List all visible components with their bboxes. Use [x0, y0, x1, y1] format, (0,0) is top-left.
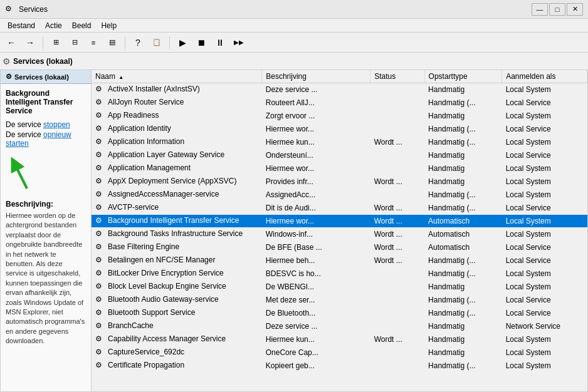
forward-button[interactable]: →: [21, 34, 39, 51]
stop-button[interactable]: ⏹: [192, 34, 210, 51]
close-button[interactable]: ✕: [567, 3, 583, 16]
table-row[interactable]: ⚙App ReadinessZorgt ervoor ...HandmatigL…: [92, 110, 587, 123]
address-icon: ⚙: [3, 56, 11, 66]
table-row[interactable]: ⚙Bluetooth Support ServiceDe Bluetooth..…: [92, 307, 587, 320]
table-row[interactable]: ⚙Bluetooth Audio Gateway-serviceMet deze…: [92, 294, 587, 307]
title-bar: ⚙ Services — □ ✕: [0, 0, 588, 19]
sidebar-restart-line: De service opnieuw starten: [6, 130, 86, 148]
service-icon: ⚙: [95, 282, 105, 292]
service-icon: ⚙: [95, 203, 105, 213]
table-row[interactable]: ⚙Application Layer Gateway ServiceOnders…: [92, 149, 587, 162]
service-icon: ⚙: [95, 229, 105, 239]
service-icon: ⚙: [95, 85, 105, 95]
table-row[interactable]: ⚙AppX Deployment Service (AppXSVC)Provid…: [92, 175, 587, 188]
view-large-button[interactable]: ⊞: [47, 34, 65, 51]
table-row[interactable]: ⚙BranchCacheDeze service ...HandmatigNet…: [92, 320, 587, 333]
table-row[interactable]: ⚙ActiveX Installer (AxInstSV)Deze servic…: [92, 83, 587, 96]
table-row[interactable]: ⚙Certificate PropagationKopieert geb...H…: [92, 359, 587, 373]
sidebar-stop-line: De service stoppen: [6, 120, 86, 129]
restart-button[interactable]: ▶▶: [230, 34, 248, 51]
green-arrow-icon: [8, 154, 39, 192]
service-icon: ⚙: [95, 124, 105, 134]
service-icon: ⚙: [95, 308, 105, 318]
sidebar: ⚙ Services (lokaal) Background Intellige…: [1, 70, 92, 391]
menu-bestand[interactable]: Bestand: [3, 20, 40, 31]
right-panel: Naam ▲ Beschrijving Status Opstarttype: [92, 70, 587, 391]
service-icon: ⚙: [95, 98, 105, 108]
toolbar: ← → ⊞ ⊟ ≡ ▤ ? 📋 ▶ ⏹ ⏸ ▶▶: [0, 33, 588, 53]
col-naam[interactable]: Naam ▲: [92, 70, 262, 83]
table-row[interactable]: ⚙Capability Access Manager ServiceHierme…: [92, 333, 587, 346]
pause-button[interactable]: ⏸: [211, 34, 229, 51]
main-layout: ⚙ Services (lokaal) Background Intellige…: [0, 70, 588, 392]
sidebar-stop-prefix: De service: [6, 120, 43, 129]
sidebar-desc-text: Hiermee worden op de achtergrond bestand…: [6, 211, 86, 346]
services-table: Naam ▲ Beschrijving Status Opstarttype: [92, 70, 587, 373]
services-tbody: ⚙ActiveX Installer (AxInstSV)Deze servic…: [92, 83, 587, 373]
back-button[interactable]: ←: [3, 34, 20, 51]
service-icon: ⚙: [95, 321, 105, 331]
service-icon: ⚙: [95, 163, 105, 173]
service-icon: ⚙: [95, 295, 105, 305]
sort-arrow-naam: ▲: [118, 75, 123, 80]
address-text: Services (lokaal): [13, 57, 73, 66]
sidebar-header: ⚙ Services (lokaal): [1, 70, 91, 84]
sidebar-content: Background Intelligent Transfer Service …: [1, 84, 91, 351]
sidebar-restart-prefix: De service: [6, 130, 43, 139]
menu-actie[interactable]: Actie: [40, 20, 67, 31]
sidebar-service-name: Background Intelligent Transfer Service: [6, 89, 86, 115]
svg-line-1: [14, 163, 27, 188]
service-icon: ⚙: [95, 242, 105, 252]
service-icon: ⚙: [95, 255, 105, 266]
table-row[interactable]: ⚙Application ManagementHiermee wor...Han…: [92, 162, 587, 175]
table-row[interactable]: ⚙Betalingen en NFC/SE ManagerHiermee beh…: [92, 254, 587, 267]
table-row[interactable]: ⚙Base Filtering EngineDe BFE (Base ...Wo…: [92, 241, 587, 254]
table-row[interactable]: ⚙Background Tasks Infrastructure Service…: [92, 228, 587, 241]
service-icon: ⚙: [95, 190, 105, 200]
app-icon: ⚙: [5, 4, 15, 14]
help-button[interactable]: ?: [129, 34, 147, 51]
col-status[interactable]: Status: [370, 70, 424, 83]
view-small-button[interactable]: ⊟: [66, 34, 83, 51]
table-row[interactable]: ⚙Background Intelligent Transfer Service…: [92, 215, 587, 228]
menu-help[interactable]: Help: [96, 20, 122, 31]
toolbar-separator-3: [169, 36, 170, 49]
table-row[interactable]: ⚙AssignedAccessManager-serviceAssignedAc…: [92, 188, 587, 202]
start-button[interactable]: ▶: [174, 34, 191, 51]
table-row[interactable]: ⚙AllJoyn Router ServiceRouteert AllJ...H…: [92, 96, 587, 110]
address-bar: ⚙ Services (lokaal): [0, 53, 588, 70]
table-row[interactable]: ⚙Application InformationHiermee kun...Wo…: [92, 136, 587, 149]
window-controls: — □ ✕: [532, 3, 583, 16]
table-header-row: Naam ▲ Beschrijving Status Opstarttype: [92, 70, 587, 83]
arrow-indicator: [8, 154, 86, 193]
table-row[interactable]: ⚙AVCTP-serviceDit is de Audi...Wordt ...…: [92, 202, 587, 215]
col-aanmeldenals[interactable]: Aanmelden als: [502, 70, 587, 83]
service-icon: ⚙: [95, 216, 105, 226]
service-icon: ⚙: [95, 334, 105, 344]
sidebar-header-text: Services (lokaal): [14, 73, 69, 81]
table-row[interactable]: ⚙CaptureService_692dcOneCore Cap...Handm…: [92, 346, 587, 359]
export-button[interactable]: 📋: [148, 34, 165, 51]
table-row[interactable]: ⚙Block Level Backup Engine ServiceDe WBE…: [92, 281, 587, 294]
table-row[interactable]: ⚙BitLocker Drive Encryption ServiceBDESV…: [92, 267, 587, 281]
service-icon: ⚙: [95, 348, 105, 358]
maximize-button[interactable]: □: [549, 3, 565, 16]
toolbar-separator-1: [43, 36, 43, 49]
service-icon: ⚙: [95, 150, 105, 160]
table-row[interactable]: ⚙Application IdentityHiermee wor...Handm…: [92, 123, 587, 136]
service-icon: ⚙: [95, 269, 105, 279]
service-icon: ⚙: [95, 177, 105, 187]
minimize-button[interactable]: —: [532, 3, 548, 16]
view-detail-button[interactable]: ▤: [103, 34, 121, 51]
service-icon: ⚙: [95, 137, 105, 147]
menu-beeld[interactable]: Beeld: [67, 20, 97, 31]
services-table-wrapper[interactable]: Naam ▲ Beschrijving Status Opstarttype: [92, 70, 587, 391]
sidebar-icon: ⚙: [6, 73, 12, 81]
sidebar-stop-link[interactable]: stoppen: [43, 120, 70, 129]
col-beschrijving[interactable]: Beschrijving: [262, 70, 370, 83]
col-opstarttype[interactable]: Opstarttype: [424, 70, 502, 83]
sidebar-desc-label: Beschrijving:: [6, 200, 86, 209]
service-icon: ⚙: [95, 361, 105, 371]
view-list-button[interactable]: ≡: [85, 34, 102, 51]
window-title: Services: [19, 5, 532, 14]
